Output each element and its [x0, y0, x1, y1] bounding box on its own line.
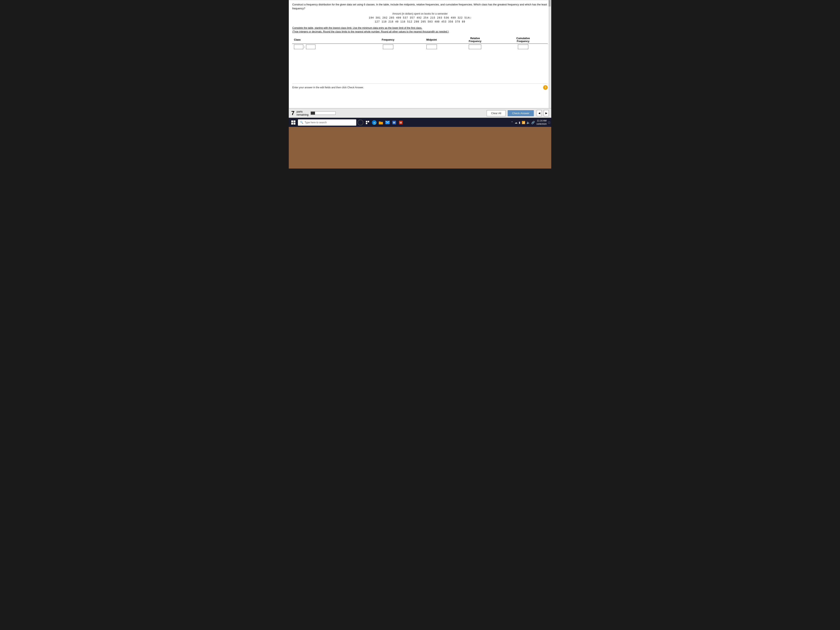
instructions: Complete the table, starting with the lo…: [292, 26, 548, 33]
progress-bar-fill: [311, 112, 315, 115]
search-icon: 🔍: [300, 121, 303, 124]
table-row: [292, 69, 548, 75]
parts-label: parts remaining: [297, 110, 308, 116]
taskbar-icons: e W: [365, 120, 404, 125]
midpoint-cell: [412, 44, 452, 50]
table-row: [292, 63, 548, 69]
svg-rect-2: [366, 123, 367, 124]
col-header-cumulative-freq: Cumulative Frequency: [499, 36, 548, 44]
data-section: Amount (in dollars) spent on books for a…: [292, 12, 548, 24]
cumulative-freq-cell: [499, 44, 548, 50]
relative-freq-input[interactable]: [469, 44, 481, 49]
svg-rect-0: [366, 121, 367, 122]
time-block[interactable]: 11:16 AM 10/8/2020: [537, 119, 547, 126]
prev-button[interactable]: ◀: [537, 110, 542, 116]
clock-time: 11:16 AM: [537, 119, 547, 122]
search-input-text: Type here to search: [305, 121, 327, 124]
taskview-icon[interactable]: [365, 120, 370, 125]
table-row: [292, 50, 548, 56]
relative-freq-cell: [452, 44, 499, 50]
desktop-area: [289, 127, 551, 169]
col-header-class: Class: [292, 36, 365, 44]
question-footer: Enter your answer in the edit fields and…: [292, 83, 548, 92]
start-button[interactable]: [290, 119, 297, 126]
svg-rect-1: [368, 121, 369, 122]
svg-text:W: W: [393, 121, 395, 124]
data-row-2: 127 110 216 40 116 512 298 205 503 400 4…: [292, 20, 548, 24]
data-row-1: 194 381 282 285 499 537 357 492 254 215 …: [292, 16, 548, 20]
check-answer-button[interactable]: Check Answer: [508, 110, 534, 116]
data-title: Amount (in dollars) spent on books for a…: [292, 12, 548, 15]
question-text: Construct a frequency distribution for t…: [292, 3, 548, 11]
frequency-table: Class Frequency Midpoint Relative Freque…: [292, 36, 548, 81]
class-lower-input[interactable]: [294, 44, 303, 49]
taskbar: 🔍 Type here to search e: [289, 118, 551, 127]
svg-text:W: W: [399, 121, 402, 124]
mail-icon[interactable]: [385, 120, 390, 125]
parts-bar: 7 parts remaining Clear All Check Answer…: [289, 108, 551, 118]
tray-speaker-icon[interactable]: 🔈: [526, 121, 530, 124]
progress-bar: [311, 112, 336, 115]
tray-cloud-icon[interactable]: ☁: [515, 121, 518, 124]
table-row: [292, 75, 548, 81]
frequency-cell: [365, 44, 412, 50]
edge-icon[interactable]: e: [371, 120, 377, 125]
file-explorer-icon[interactable]: [378, 120, 384, 125]
tray-wifi-icon[interactable]: 📶: [522, 121, 525, 124]
parts-number: 7: [291, 110, 295, 117]
frequency-input[interactable]: [383, 44, 393, 49]
clock-date: 10/8/2020: [537, 123, 547, 126]
tray-network-icon[interactable]: ▮: [519, 121, 520, 124]
table-row: [292, 56, 548, 63]
office-icon[interactable]: W: [398, 120, 404, 125]
table-row: -: [292, 44, 548, 50]
tray-icons: ⌃ ☁ ▮ 📶 🔈 🔗: [511, 121, 535, 124]
footer-text: Enter your answer in the edit fields and…: [292, 86, 364, 89]
class-upper-input[interactable]: [306, 44, 316, 49]
col-header-frequency: Frequency: [365, 36, 412, 44]
midpoint-input[interactable]: [426, 44, 437, 49]
system-tray: ⌃ ☁ ▮ 📶 🔈 🔗 11:16 AM 10/8/2020 □: [511, 119, 550, 126]
col-header-relative-freq: Relative Frequency: [452, 36, 499, 44]
task-view-button[interactable]: [357, 120, 363, 125]
cumulative-freq-input[interactable]: [518, 44, 528, 49]
tray-chevron-icon[interactable]: ⌃: [511, 121, 513, 124]
svg-rect-4: [379, 122, 381, 122]
search-bar[interactable]: 🔍 Type here to search: [298, 119, 356, 126]
tray-share-icon[interactable]: 🔗: [531, 121, 535, 124]
notification-icon[interactable]: □: [548, 121, 550, 124]
class-cell: -: [292, 44, 365, 50]
help-button[interactable]: ?: [543, 85, 548, 90]
windows-icon: [291, 120, 295, 125]
edge-logo: e: [372, 120, 376, 125]
next-button[interactable]: ▶: [544, 110, 549, 116]
word-icon[interactable]: W: [391, 120, 397, 125]
clear-all-button[interactable]: Clear All: [487, 110, 505, 116]
col-header-midpoint: Midpoint: [412, 36, 452, 44]
